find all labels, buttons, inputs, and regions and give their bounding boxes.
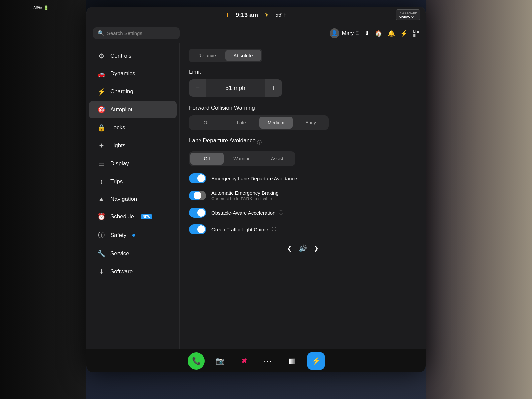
gtlc-toggle-row: Green Traffic Light Chime ⓘ — [189, 224, 416, 234]
search-bar[interactable]: 🔍 Search Settings — [93, 27, 180, 39]
lda-info-icon[interactable]: ⓘ — [257, 140, 262, 146]
fcw-early-button[interactable]: Early — [294, 117, 327, 129]
fcw-off-button[interactable]: Off — [190, 117, 223, 129]
autopilot-icon: 🎯 — [97, 106, 106, 114]
camera-button[interactable]: 📷 — [211, 352, 229, 370]
oaa-label: Obstacle-Aware Acceleration — [211, 210, 275, 216]
lda-warning-button[interactable]: Warning — [225, 153, 259, 165]
avatar: 👤 — [330, 28, 339, 38]
sidebar-item-safety[interactable]: ⓘ Safety — [89, 226, 177, 244]
dynamics-icon: 🚗 — [97, 70, 106, 78]
bottom-controls: ❮ 🔊 ❯ — [189, 241, 416, 256]
sidebar-item-navigation[interactable]: ▲ Navigation — [89, 191, 177, 207]
gtlc-toggle[interactable] — [189, 224, 206, 234]
header-icons: ⬇ 🏠 🔔 ⚡ LTE|||| — [365, 30, 419, 37]
lda-assist-button[interactable]: Assist — [260, 153, 294, 165]
lda-off-button[interactable]: Off — [190, 153, 224, 165]
speed-value: 51 mph — [206, 85, 265, 92]
schedule-icon: ⏰ — [97, 213, 106, 221]
temperature: 56°F — [275, 12, 287, 18]
download-status-icon: ⬇ — [225, 12, 230, 18]
speed-control: − 51 mph + — [189, 79, 282, 97]
bluetooth-icon[interactable]: ⚡ — [400, 30, 408, 37]
weather-icon: ☀ — [264, 11, 269, 19]
download-icon[interactable]: ⬇ — [365, 30, 370, 37]
home-icon[interactable]: 🏠 — [375, 30, 382, 37]
sidebar-item-trips[interactable]: ↕ Trips — [89, 173, 177, 190]
status-time: 9:13 am — [236, 12, 258, 19]
elda-toggle[interactable] — [189, 173, 206, 183]
sidebar-label-navigation: Navigation — [110, 196, 137, 202]
speed-decrement-button[interactable]: − — [189, 79, 206, 97]
lda-options: Off Warning Assist — [189, 151, 295, 166]
phone-button[interactable]: 📞 — [188, 352, 205, 370]
charging-icon: ⚡ — [97, 88, 106, 96]
airbag-label-line1: PASSENGER — [399, 11, 417, 15]
sidebar-item-charging[interactable]: ⚡ Charging — [89, 83, 177, 100]
safety-icon: ⓘ — [97, 231, 106, 240]
view-tabs: Relative Absolute — [189, 49, 262, 62]
gtlc-label: Green Traffic Light Chime — [211, 227, 268, 232]
prev-chevron[interactable]: ❮ — [287, 245, 292, 252]
next-chevron[interactable]: ❯ — [314, 245, 319, 252]
sidebar-item-display[interactable]: ▭ Display — [89, 155, 177, 172]
oaa-info-icon[interactable]: ⓘ — [279, 210, 283, 216]
cards-button[interactable]: ▦ — [283, 352, 301, 370]
sidebar-label-schedule: Schedule — [110, 213, 134, 220]
sidebar-label-controls: Controls — [110, 53, 131, 59]
oaa-toggle[interactable] — [189, 208, 206, 218]
sidebar: ⚙ Controls 🚗 Dynamics ⚡ Charging 🎯 Autop… — [86, 43, 180, 349]
sidebar-item-software[interactable]: ⬇ Software — [89, 263, 177, 280]
sidebar-label-dynamics: Dynamics — [110, 70, 135, 77]
speed-increment-button[interactable]: + — [265, 79, 282, 97]
sidebar-item-locks[interactable]: 🔒 Locks — [89, 119, 177, 136]
sidebar-label-lights: Lights — [110, 142, 125, 149]
tesla-x-button[interactable]: ✖ — [235, 352, 253, 370]
dots-icon: ··· — [264, 356, 272, 366]
fcw-medium-button[interactable]: Medium — [259, 117, 293, 129]
battery-percent: 36% — [33, 5, 42, 10]
sidebar-item-schedule[interactable]: ⏰ Schedule NEW — [89, 208, 177, 225]
locks-icon: 🔒 — [97, 124, 106, 132]
fcw-late-button[interactable]: Late — [225, 117, 258, 129]
user-info: 👤 Mary E — [330, 28, 359, 38]
airbag-label-line2: AIRBAG OFF — [399, 15, 417, 19]
battery-icon: 🔋 — [43, 5, 49, 10]
sidebar-item-service[interactable]: 🔧 Service — [89, 245, 177, 262]
content-panel: Relative Absolute Limit − 51 mph + Forwa… — [180, 43, 426, 349]
sidebar-item-lights[interactable]: ✦ Lights — [89, 137, 177, 154]
sidebar-label-autopilot: Autopilot — [110, 106, 132, 113]
speed-limit-label: Limit — [189, 69, 416, 75]
volume-icon[interactable]: 🔊 — [299, 244, 307, 252]
bell-icon[interactable]: 🔔 — [388, 30, 395, 37]
sidebar-item-controls[interactable]: ⚙ Controls — [89, 47, 177, 65]
dots-button[interactable]: ··· — [259, 352, 277, 370]
tab-absolute[interactable]: Absolute — [225, 50, 261, 61]
header: 🔍 Search Settings 👤 Mary E ⬇ 🏠 🔔 ⚡ LTE||… — [86, 23, 426, 43]
sidebar-label-charging: Charging — [110, 88, 133, 95]
user-name: Mary E — [342, 30, 359, 36]
camera-icon: 📷 — [216, 357, 225, 365]
lights-icon: ✦ — [97, 142, 106, 150]
tesla-x-icon: ✖ — [241, 357, 247, 365]
sidebar-item-autopilot[interactable]: 🎯 Autopilot — [89, 101, 177, 118]
taskbar: 📞 📷 ✖ ··· ▦ ⚡ — [86, 349, 426, 372]
tab-relative[interactable]: Relative — [190, 50, 224, 61]
search-placeholder: Search Settings — [107, 30, 142, 36]
lda-label: Lane Departure Avoidance — [189, 137, 256, 144]
status-bar: ⬇ 9:13 am ☀ 56°F PASSENGER AIRBAG OFF — [86, 7, 426, 23]
search-icon: 🔍 — [98, 30, 104, 36]
fcw-options: Off Late Medium Early — [189, 115, 329, 130]
sidebar-label-display: Display — [110, 160, 129, 167]
airbag-status: PASSENGER AIRBAG OFF — [396, 9, 420, 20]
software-icon: ⬇ — [97, 268, 106, 276]
service-icon: 🔧 — [97, 250, 106, 258]
bluetooth-taskbar-button[interactable]: ⚡ — [307, 352, 325, 370]
gtlc-info-icon[interactable]: ⓘ — [272, 226, 276, 232]
cards-icon: ▦ — [289, 357, 296, 365]
main-content: ⚙ Controls 🚗 Dynamics ⚡ Charging 🎯 Autop… — [86, 43, 426, 349]
header-right: 👤 Mary E ⬇ 🏠 🔔 ⚡ LTE|||| — [330, 28, 419, 38]
aeb-toggle[interactable] — [189, 191, 206, 200]
safety-dot — [132, 234, 135, 237]
sidebar-item-dynamics[interactable]: 🚗 Dynamics — [89, 65, 177, 82]
